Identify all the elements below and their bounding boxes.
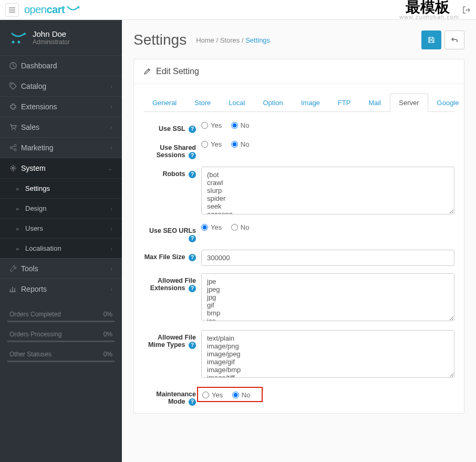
menu-icon (9, 7, 15, 13)
stat-label: Other Statuses (9, 351, 51, 358)
help-icon[interactable]: ? (189, 398, 196, 406)
sidebar-submenu-system: » Settings » Design › » Users › » Locali… (0, 178, 122, 258)
back-button[interactable] (444, 30, 464, 49)
tab-google[interactable]: Google (428, 94, 468, 112)
field-seo-urls: Use SEO URLs ? Yes No (143, 223, 454, 242)
radio-yes[interactable]: Yes (201, 140, 222, 148)
radio-yes[interactable]: Yes (202, 391, 223, 399)
svg-point-3 (12, 129, 13, 130)
allowed-ext-textarea[interactable] (201, 273, 454, 321)
panel-heading: Edit Setting (134, 59, 464, 84)
field-label: Allowed File Mime Types ? (143, 330, 201, 349)
menu-toggle-button[interactable] (5, 3, 19, 17)
page-title: Settings (133, 32, 187, 48)
radio-yes[interactable]: Yes (201, 223, 222, 231)
sidebar-sub-design[interactable]: » Design › (0, 198, 122, 218)
sidebar-item-label: Extensions (21, 102, 110, 111)
svg-point-1 (18, 40, 20, 43)
sidebar-item-label: Localisation (25, 244, 110, 252)
breadcrumb-home[interactable]: Home (196, 36, 214, 44)
sidebar-item-catalog[interactable]: Catalog › (0, 76, 122, 96)
field-label: Allowed File Extensions ? (143, 273, 201, 292)
tab-server[interactable]: Server (390, 94, 428, 112)
help-icon[interactable]: ? (189, 126, 196, 133)
brand-name-a: open (24, 4, 47, 16)
robots-textarea[interactable] (201, 167, 454, 214)
sidebar-item-label: Sales (21, 123, 110, 131)
field-label: Max File Size ? (143, 250, 201, 261)
user-profile: John Doe Administrator (0, 20, 122, 55)
radio-no[interactable]: No (231, 223, 250, 231)
chevron-right-icon: › (110, 245, 112, 252)
sidebar-item-label: Users (25, 224, 110, 232)
sidebar-sub-settings[interactable]: » Settings (0, 178, 122, 198)
sidebar-item-extensions[interactable]: Extensions › (0, 96, 122, 117)
cart-icon (67, 6, 79, 14)
field-label: Maintenance Mode ? (143, 387, 201, 406)
stat-value: 0% (104, 311, 112, 318)
field-shared-sessions: Use Shared Sessions ? Yes No (143, 140, 454, 159)
brand-logo[interactable]: opencart (24, 4, 462, 16)
panel-title: Edit Setting (156, 67, 199, 76)
tab-general[interactable]: General (143, 94, 185, 112)
sidebar-sub-localisation[interactable]: » Localisation › (0, 238, 122, 258)
svg-point-6 (14, 145, 16, 147)
max-file-size-input[interactable] (201, 250, 454, 266)
field-use-ssl: Use SSL ? Yes No (143, 121, 454, 133)
sidebar-item-reports[interactable]: Reports › (0, 279, 122, 299)
pencil-icon (143, 68, 151, 75)
sidebar-item-sales[interactable]: Sales › (0, 117, 122, 137)
svg-point-8 (12, 167, 14, 169)
radio-no[interactable]: No (231, 121, 250, 129)
sidebar-item-dashboard[interactable]: Dashboard (0, 55, 122, 76)
tab-option[interactable]: Option (254, 94, 292, 112)
user-role: Administrator (33, 38, 70, 46)
help-icon[interactable]: ? (189, 152, 196, 159)
field-label: Use SSL ? (143, 121, 201, 133)
field-robots: Robots ? (143, 167, 454, 216)
sidebar-item-system[interactable]: System ⌄ (0, 158, 122, 178)
stat-bar (7, 341, 115, 342)
help-icon[interactable]: ? (189, 254, 196, 261)
stat-label: Orders Completed (9, 311, 61, 318)
tabs: General Store Local Option Image FTP Mai… (143, 94, 454, 112)
field-label: Robots ? (143, 167, 201, 178)
svg-point-4 (15, 129, 16, 130)
stat-bar (7, 361, 115, 362)
watermark-sub: www.zuimoban.com (399, 14, 459, 20)
help-icon[interactable]: ? (189, 171, 196, 178)
tab-image[interactable]: Image (292, 94, 329, 112)
svg-point-7 (14, 149, 16, 151)
double-chevron-icon: » (16, 186, 25, 192)
sidebar-sub-users[interactable]: » Users › (0, 218, 122, 238)
highlight-box: Yes No (197, 387, 263, 402)
tab-local[interactable]: Local (220, 94, 254, 112)
chevron-right-icon: › (110, 124, 112, 130)
sidebar-item-label: Tools (21, 264, 110, 273)
allowed-mime-textarea[interactable] (201, 330, 454, 378)
chevron-right-icon: › (110, 83, 112, 89)
help-icon[interactable]: ? (189, 285, 196, 292)
radio-yes[interactable]: Yes (201, 121, 222, 129)
tab-mail[interactable]: Mail (359, 94, 390, 112)
tab-store[interactable]: Store (185, 94, 220, 112)
back-icon (451, 36, 458, 44)
breadcrumb-stores[interactable]: Stores (220, 36, 240, 44)
sidebar-item-marketing[interactable]: Marketing › (0, 137, 122, 158)
breadcrumb: Home / Stores / Settings (196, 36, 418, 44)
help-icon[interactable]: ? (189, 342, 196, 349)
radio-no[interactable]: No (232, 391, 251, 399)
wrench-icon (9, 265, 21, 272)
tab-ftp[interactable]: FTP (329, 94, 360, 112)
sidebar-item-tools[interactable]: Tools › (0, 258, 122, 279)
help-icon[interactable]: ? (189, 235, 196, 242)
chevron-down-icon: ⌄ (108, 165, 112, 172)
svg-point-0 (12, 40, 15, 43)
sidebar-item-label: Settings (25, 184, 112, 192)
double-chevron-icon: » (16, 206, 25, 212)
radio-no[interactable]: No (231, 140, 250, 148)
avatar-icon (11, 32, 26, 44)
logout-button[interactable] (462, 6, 471, 14)
sidebar-stats: Orders Completed 0% Orders Processing 0%… (0, 299, 122, 374)
save-button[interactable] (421, 30, 441, 49)
